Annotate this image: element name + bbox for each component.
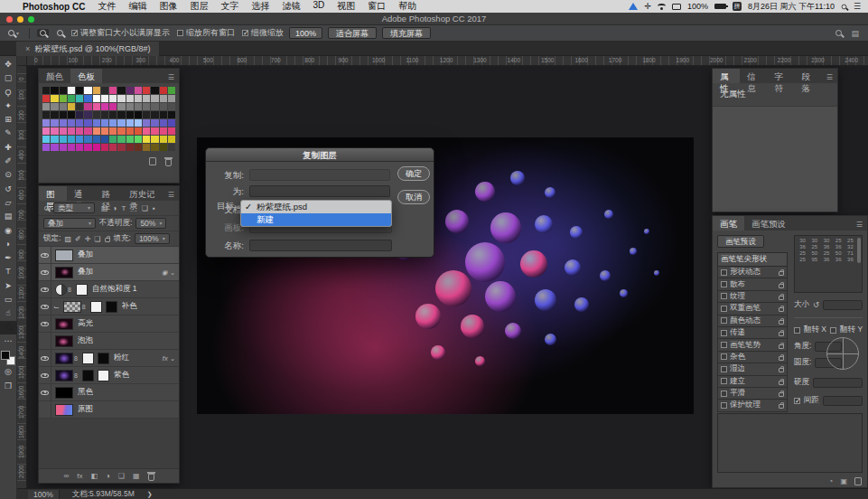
color-swatch[interactable]: [135, 144, 142, 151]
color-swatch[interactable]: [168, 119, 175, 127]
layer-row[interactable]: 8自然饱和度 1: [39, 281, 179, 298]
layers-footer-icon[interactable]: ◑: [106, 472, 110, 480]
layer-visibility-toggle[interactable]: [39, 350, 51, 366]
color-swatch[interactable]: [93, 136, 100, 143]
color-swatch[interactable]: [68, 103, 75, 110]
brush-option-row[interactable]: 传递: [717, 327, 788, 339]
brush-option-row[interactable]: 保护纹理: [717, 400, 788, 411]
layer-visibility-toggle[interactable]: [39, 264, 51, 280]
tool-gradient[interactable]: ▤: [0, 210, 17, 223]
tool-marquee[interactable]: ▢: [0, 71, 17, 85]
brush-option-checkbox[interactable]: [721, 342, 727, 348]
tool-type[interactable]: T: [0, 265, 17, 278]
swatches-tab-1[interactable]: 色板: [70, 69, 102, 83]
brush-tip[interactable]: 25: [820, 250, 832, 256]
tool-healing[interactable]: ✚: [0, 141, 17, 155]
brush-option-checkbox[interactable]: [721, 391, 727, 397]
color-swatch[interactable]: [151, 103, 158, 110]
color-swatch[interactable]: [109, 119, 117, 127]
layer-visibility-toggle[interactable]: [39, 367, 51, 383]
brush-tab-0[interactable]: 画笔: [713, 216, 744, 231]
lock-icon[interactable]: ✐: [75, 235, 81, 243]
color-swatch[interactable]: [60, 111, 67, 118]
color-swatch[interactable]: [151, 119, 158, 127]
color-swatch[interactable]: [151, 87, 158, 94]
color-swatch[interactable]: [42, 111, 50, 118]
zoom-in-button[interactable]: [37, 29, 49, 37]
color-swatch[interactable]: [168, 95, 175, 102]
layer-row[interactable]: 黑色: [39, 384, 179, 401]
color-swatch[interactable]: [42, 95, 50, 102]
menu-app-indicator-icon[interactable]: [629, 3, 638, 10]
color-swatch[interactable]: [109, 95, 117, 102]
menubar-item[interactable]: 选择: [245, 0, 275, 13]
size-slider[interactable]: [823, 300, 863, 310]
color-swatch[interactable]: [68, 144, 75, 151]
color-swatch[interactable]: [101, 136, 108, 143]
color-swatch[interactable]: [101, 95, 108, 102]
panel-menu-icon[interactable]: ☰: [852, 219, 867, 231]
color-swatch[interactable]: [126, 119, 134, 127]
flip-x-checkbox[interactable]: [794, 327, 800, 334]
color-swatch[interactable]: [160, 144, 167, 151]
color-swatch[interactable]: [126, 95, 134, 102]
filter-icon[interactable]: ⬚: [130, 204, 137, 212]
foreground-color-swatch[interactable]: [1, 351, 10, 360]
color-swatch[interactable]: [60, 119, 67, 127]
color-swatch[interactable]: [135, 111, 142, 118]
layer-row[interactable]: ⌙8补色: [39, 298, 179, 315]
checkbox[interactable]: [242, 30, 248, 36]
brush-preview-toggle-icon[interactable]: ◔: [829, 477, 834, 485]
menu-extension-icon[interactable]: ✛: [644, 2, 651, 11]
layers-tab-0[interactable]: 图层: [39, 186, 67, 201]
color-swatch[interactable]: [117, 87, 125, 94]
layers-footer-icon[interactable]: ◧: [90, 472, 98, 480]
blend-mode-select[interactable]: 叠加▾: [43, 218, 96, 229]
color-swatch[interactable]: [51, 111, 58, 118]
delete-layer-button[interactable]: [148, 474, 154, 481]
brush-option-checkbox[interactable]: [721, 366, 727, 372]
zoom-percent-field[interactable]: 100%: [289, 27, 322, 39]
tool-shape[interactable]: ▭: [0, 293, 17, 306]
brush-tip[interactable]: 30: [797, 238, 808, 243]
brush-texture-icon[interactable]: ▣: [840, 477, 847, 485]
color-swatch[interactable]: [76, 136, 83, 143]
notification-center-icon[interactable]: ☰: [854, 2, 861, 11]
layer-visibility-toggle[interactable]: [39, 315, 51, 332]
color-swatch[interactable]: [117, 95, 125, 102]
layer-visibility-toggle[interactable]: [39, 333, 51, 349]
properties-tab-2[interactable]: 字符: [767, 69, 794, 83]
color-swatch[interactable]: [135, 127, 142, 135]
layers-footer-icon[interactable]: fx: [77, 472, 82, 480]
layer-row[interactable]: 叠加: [39, 247, 179, 264]
menubar-item[interactable]: 帮助: [392, 0, 423, 13]
checkbox[interactable]: [71, 30, 78, 36]
menubar-item[interactable]: 图层: [183, 0, 214, 13]
layer-row[interactable]: 高光: [39, 315, 179, 333]
foreground-background-swatches[interactable]: [1, 351, 15, 365]
brush-option-row[interactable]: 颜色动态: [717, 315, 788, 327]
quick-mask-button[interactable]: ◎: [0, 365, 17, 379]
properties-tab-3[interactable]: 段落: [795, 69, 822, 83]
brush-tip[interactable]: 25: [797, 257, 808, 262]
color-swatch[interactable]: [117, 136, 125, 143]
color-swatch[interactable]: [109, 144, 117, 151]
color-swatch[interactable]: [151, 111, 158, 118]
input-method-icon[interactable]: 拼: [733, 2, 742, 11]
fill-select[interactable]: 100%▾: [135, 233, 170, 244]
color-swatch[interactable]: [84, 87, 91, 94]
tool-clone-stamp[interactable]: ⊙: [0, 168, 17, 182]
angle-roundness-control[interactable]: [826, 337, 859, 370]
layers-footer-icon[interactable]: ▦: [133, 472, 140, 480]
swatches-tab-0[interactable]: 颜色: [39, 69, 70, 83]
flip-y-checkbox[interactable]: [830, 327, 836, 334]
filter-icon[interactable]: ❏: [142, 204, 148, 212]
color-swatch[interactable]: [84, 119, 91, 127]
screen-mode-button[interactable]: ❐: [0, 380, 17, 393]
color-swatch[interactable]: [135, 103, 142, 110]
color-swatch[interactable]: [135, 119, 142, 127]
tool-pen[interactable]: ✒: [0, 251, 17, 265]
color-swatch[interactable]: [60, 103, 67, 110]
color-swatch[interactable]: [84, 136, 91, 143]
color-swatch[interactable]: [109, 103, 117, 110]
